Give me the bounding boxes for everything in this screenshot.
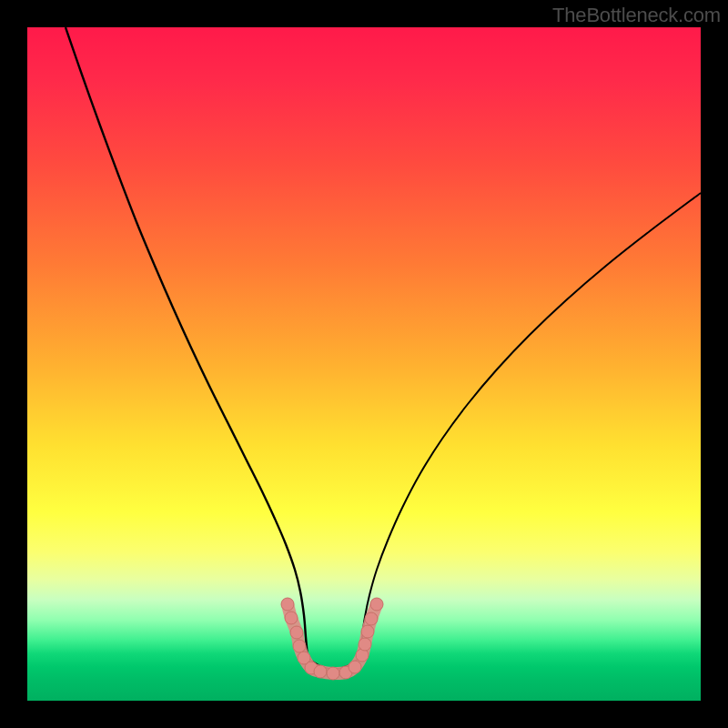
watermark-text: TheBottleneck.com [552, 4, 721, 27]
tick-marker [285, 612, 298, 624]
right-curve [360, 193, 701, 657]
tick-marker [370, 598, 383, 611]
left-curve [66, 27, 308, 657]
chart-frame [27, 27, 701, 701]
tick-marker [349, 661, 361, 673]
tick-marker [293, 640, 306, 652]
tick-marker [327, 667, 339, 680]
tick-marker [314, 665, 327, 678]
bottom-markers [281, 598, 383, 680]
tick-marker [365, 612, 378, 625]
bottleneck-curves [66, 27, 701, 669]
tick-marker [290, 626, 303, 639]
tick-marker [281, 598, 294, 611]
tick-marker [359, 638, 371, 651]
curve-svg [27, 27, 701, 701]
tick-marker [361, 625, 374, 638]
